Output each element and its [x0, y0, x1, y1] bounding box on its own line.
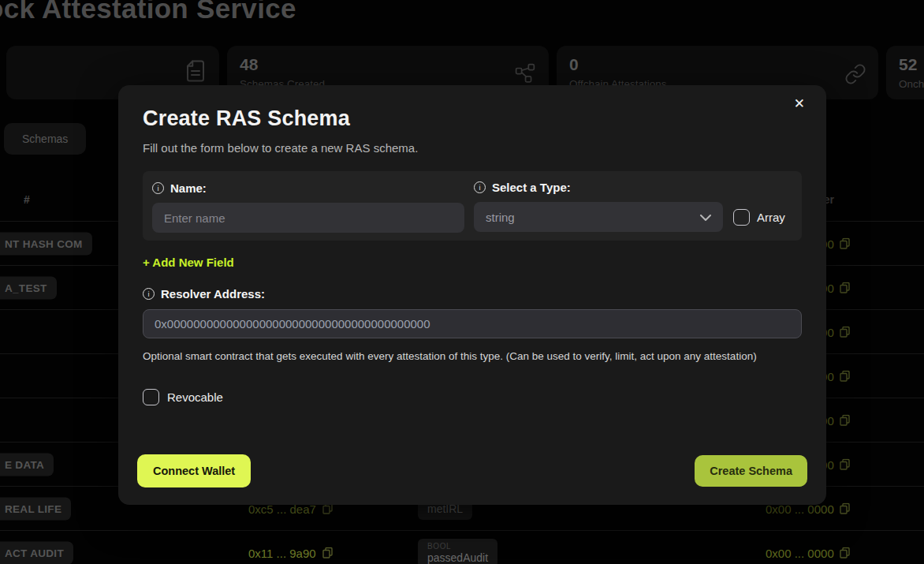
name-label-row: i Name:	[152, 181, 464, 195]
chain-link-icon	[844, 63, 866, 85]
type-select-value: string	[486, 211, 515, 224]
resolver-helper-text: Optional smart contract that gets execut…	[143, 349, 762, 364]
tab-schemas[interactable]: Schemas	[4, 123, 86, 155]
copy-icon[interactable]	[840, 547, 850, 558]
resolver-address: 0x00 ... 0000	[766, 546, 834, 559]
schema-name-badge: ACT AUDIT	[0, 541, 73, 564]
modal-subtitle: Fill out the form below to create a new …	[143, 141, 802, 155]
schema-uid: 0x11 ... 9a90	[248, 546, 316, 559]
stat-value: 48	[240, 55, 536, 74]
chevron-down-icon	[700, 210, 711, 224]
schema-field-name: passedAudit	[427, 551, 488, 564]
type-label: Select a Type:	[492, 181, 571, 194]
schema-name-badge: REAL LIFE	[0, 497, 71, 520]
schema-name-badge: NT HASH COM	[0, 232, 92, 255]
resolver-address-label: Resolver Address:	[161, 287, 265, 301]
close-icon[interactable]: ✕	[794, 97, 805, 110]
name-label: Name:	[170, 181, 207, 195]
create-schema-button[interactable]: Create Schema	[695, 455, 807, 487]
resolver-label-row: i Resolver Address:	[143, 286, 802, 301]
revocable-row: Revocable	[143, 389, 802, 405]
copy-icon[interactable]	[840, 282, 850, 293]
page-title: ock Attestation Service	[0, 0, 296, 24]
connect-wallet-button[interactable]: Connect Wallet	[137, 454, 251, 487]
revocable-label: Revocable	[167, 390, 223, 404]
resolver-address-input[interactable]	[143, 309, 802, 338]
stat-card-onchain: 52 Onchain Attestations	[886, 46, 924, 99]
resolver-address-link[interactable]: 0x00 ... 0000	[766, 546, 850, 559]
schema-field-type: BOOL	[427, 542, 488, 551]
info-icon[interactable]: i	[152, 182, 164, 194]
schema-name-badge: E DATA	[0, 453, 54, 476]
schema-name-badge: A_TEST	[0, 276, 57, 299]
name-input[interactable]	[152, 203, 464, 233]
type-select[interactable]: string	[474, 202, 723, 232]
column-header-number: #	[24, 193, 30, 206]
revocable-checkbox[interactable]	[143, 389, 159, 405]
network-icon	[513, 63, 537, 84]
table-row[interactable]: ACT AUDIT 0x11 ... 9a90 BOOL passedAudit…	[0, 530, 924, 564]
schema-field-panel: i Name: i Select a Type: string Array	[143, 171, 802, 241]
info-icon[interactable]: i	[143, 288, 155, 300]
copy-icon[interactable]	[840, 237, 850, 249]
type-label-row: i Select a Type:	[474, 181, 792, 194]
copy-icon[interactable]	[840, 326, 850, 338]
file-text-icon	[184, 58, 207, 84]
modal-title: Create RAS Schema	[143, 106, 802, 131]
copy-icon[interactable]	[322, 547, 333, 558]
schema-field-badge: BOOL passedAudit	[418, 539, 497, 564]
copy-icon[interactable]	[840, 414, 850, 426]
create-schema-modal: ✕ Create RAS Schema Fill out the form be…	[118, 85, 826, 505]
copy-icon[interactable]	[840, 502, 850, 514]
stat-value: 52	[899, 55, 924, 74]
stat-value: 0	[569, 55, 866, 74]
schema-uid-link[interactable]: 0x11 ... 9a90	[248, 546, 333, 559]
array-label: Array	[757, 211, 785, 224]
modal-footer: Connect Wallet Create Schema	[137, 454, 807, 487]
copy-icon[interactable]	[840, 458, 850, 470]
array-checkbox[interactable]	[733, 209, 750, 226]
info-icon[interactable]: i	[474, 181, 486, 193]
copy-icon[interactable]	[840, 370, 850, 382]
add-new-field-button[interactable]: + Add New Field	[143, 256, 234, 269]
stat-label: Onchain Attestations	[899, 78, 924, 90]
